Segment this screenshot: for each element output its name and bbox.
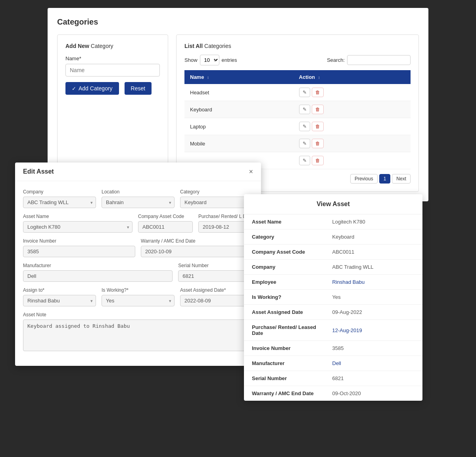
is-working-select[interactable]: Yes: [102, 295, 175, 306]
location-select[interactable]: Bahrain: [102, 197, 175, 208]
view-asset-row: Company ABC Trading WLL: [244, 260, 422, 275]
company-select[interactable]: ABC Trading WLL: [23, 197, 96, 208]
edit-button[interactable]: ✎: [299, 88, 310, 97]
company-label: Company: [23, 189, 96, 195]
name-label: Name*: [65, 55, 160, 61]
table-controls: Show 10 25 50 entries Search:: [184, 55, 411, 65]
next-page-button[interactable]: Next: [392, 174, 411, 184]
is-working-label: Is Working?*: [102, 287, 175, 293]
location-col: Location Bahrain: [102, 189, 175, 208]
action-sort-icon[interactable]: ↕: [318, 75, 320, 80]
manufacturer-input[interactable]: [23, 270, 173, 282]
view-field-label: Serial Number: [244, 371, 324, 386]
assign-to-label: Assign to*: [23, 287, 96, 293]
action-buttons: ✎ 🗑: [299, 105, 405, 114]
table-row: Headset ✎ 🗑: [184, 84, 411, 101]
view-field-value: 09-Oct-2020: [324, 386, 423, 401]
previous-page-button[interactable]: Previous: [350, 174, 378, 184]
edit-row-5: Assign to* Rinshad Babu Is Working?* Yes: [23, 287, 253, 306]
view-asset-panel: View Asset Asset Name Logitech K780 Cate…: [244, 194, 422, 401]
table-row: Mobile ✎ 🗑: [184, 135, 411, 152]
invoice-input[interactable]: [23, 246, 135, 257]
view-field-value: ABC Trading WLL: [324, 260, 423, 275]
category-select[interactable]: Keyboard: [180, 197, 253, 208]
asset-assigned-date-input[interactable]: [180, 295, 253, 306]
asset-name-label: Asset Name: [23, 214, 132, 219]
search-input[interactable]: [347, 55, 411, 65]
search-group: Search:: [327, 55, 411, 65]
view-field-value: Rinshad Babu: [324, 275, 423, 290]
name-sort-icon[interactable]: ↕: [207, 75, 209, 80]
view-field-value: Logitech K780: [324, 214, 423, 229]
company-col: Company ABC Trading WLL: [23, 189, 96, 208]
delete-button[interactable]: 🗑: [312, 156, 324, 165]
modal-title: Edit Asset: [23, 168, 54, 175]
reset-button[interactable]: Reset: [125, 82, 152, 95]
view-field-value: Keyboard: [324, 229, 423, 245]
list-category-heading: List All Categories: [184, 43, 411, 49]
action-buttons: ✎ 🗑: [299, 88, 405, 97]
action-cell: ✎ 🗑: [294, 118, 411, 135]
action-buttons: ✎ 🗑: [299, 139, 405, 148]
edit-row-6: Asset Note Keyboard assigned to Rinshad …: [23, 312, 253, 352]
asset-note-label: Asset Note: [23, 312, 253, 317]
action-cell: ✎ 🗑: [294, 135, 411, 152]
entries-label: entries: [222, 57, 237, 63]
view-asset-row: Is Working? Yes: [244, 290, 422, 305]
page-1-button[interactable]: 1: [379, 174, 391, 184]
company-asset-code-col: Company Asset Code: [138, 214, 193, 233]
is-working-col: Is Working?* Yes: [102, 287, 175, 306]
view-field-value: 6821: [324, 371, 423, 386]
modal-header: Edit Asset ×: [15, 163, 261, 181]
edit-button[interactable]: ✎: [299, 105, 310, 114]
edit-row-4: Manufacturer Serial Number: [23, 263, 253, 282]
action-cell: ✎ 🗑: [294, 84, 411, 101]
assign-to-select[interactable]: Rinshad Babu: [23, 295, 96, 306]
action-cell: ✎ 🗑: [294, 152, 411, 169]
view-asset-row: Asset Assigned Date 09-Aug-2022: [244, 305, 422, 320]
view-field-value: 3585: [324, 341, 423, 356]
category-name-cell: Keyboard: [184, 101, 294, 118]
warranty-col: Warranty / AMC End Date: [141, 238, 253, 257]
manufacturer-label: Manufacturer: [23, 263, 173, 268]
edit-row-1: Company ABC Trading WLL Location Bahrain: [23, 189, 253, 208]
company-asset-code-input[interactable]: [138, 221, 193, 233]
category-name-cell: Laptop: [184, 118, 294, 135]
view-field-value: Yes: [324, 290, 423, 305]
serial-number-input[interactable]: [178, 270, 253, 282]
table-header: Name ↕ Action ↕: [184, 70, 411, 84]
warranty-input[interactable]: [141, 246, 253, 257]
view-field-label: Asset Name: [244, 214, 324, 229]
table-row: Keyboard ✎ 🗑: [184, 101, 411, 118]
assign-to-col: Assign to* Rinshad Babu: [23, 287, 96, 306]
delete-button[interactable]: 🗑: [312, 105, 324, 114]
asset-name-select[interactable]: Logitech K780: [23, 221, 132, 233]
view-field-label: Company Asset Code: [244, 245, 324, 260]
action-buttons: ✎ 🗑: [299, 122, 405, 131]
asset-note-textarea[interactable]: Keyboard assigned to Rinshad Babu: [23, 319, 253, 351]
warranty-label: Warranty / AMC End Date: [141, 238, 253, 244]
edit-button[interactable]: ✎: [299, 122, 310, 131]
entries-select-wrapper: 10 25 50: [200, 55, 219, 65]
delete-button[interactable]: 🗑: [312, 139, 324, 148]
serial-number-col: Serial Number: [178, 263, 253, 282]
edit-button[interactable]: ✎: [299, 156, 310, 165]
entries-select[interactable]: 10 25 50: [200, 55, 219, 65]
view-asset-row: Purchase/ Rented/ Leased Date 12-Aug-201…: [244, 320, 422, 341]
edit-asset-modal: Edit Asset × Company ABC Trading WLL Loc…: [15, 163, 261, 366]
add-category-button[interactable]: ✓ Add Category: [65, 82, 119, 95]
add-category-heading: Add New Category: [65, 43, 160, 49]
view-field-label: Company: [244, 260, 324, 275]
table-body: Headset ✎ 🗑 Keyboard ✎ 🗑 Laptop ✎ 🗑: [184, 84, 411, 169]
edit-button[interactable]: ✎: [299, 139, 310, 148]
checkmark-icon: ✓: [72, 86, 76, 92]
edit-row-2: Asset Name Logitech K780 Company Asset C…: [23, 214, 253, 233]
col-action: Action ↕: [294, 70, 411, 84]
delete-button[interactable]: 🗑: [312, 122, 324, 131]
name-input[interactable]: [65, 64, 160, 76]
modal-close-button[interactable]: ×: [249, 168, 253, 175]
delete-button[interactable]: 🗑: [312, 88, 324, 97]
asset-assigned-date-col: Asset Assigned Date*: [180, 287, 253, 306]
category-label: Category: [180, 189, 253, 195]
col-name: Name ↕: [184, 70, 294, 84]
